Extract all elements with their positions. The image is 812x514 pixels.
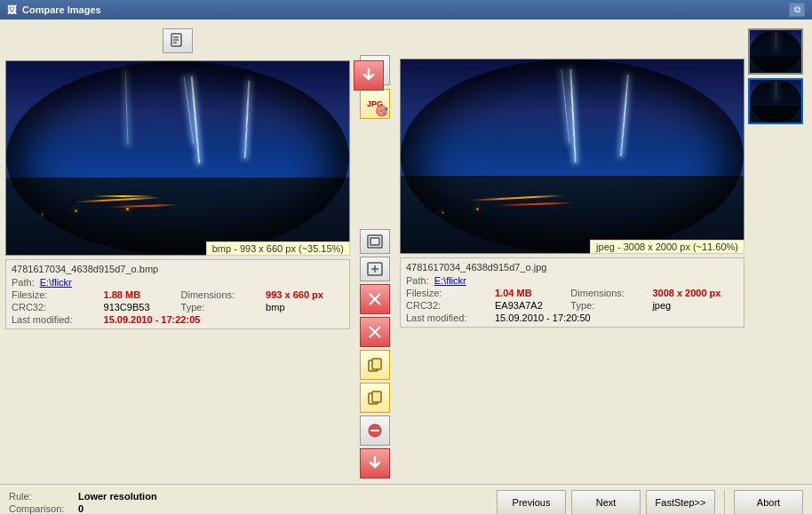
next-button[interactable]: Next (571, 490, 641, 514)
left-filename: 4781617034_4638d915d7_o.bmp (12, 264, 344, 274)
svg-rect-16 (372, 359, 381, 369)
delete-left-button[interactable] (360, 284, 390, 314)
comparison-label: Comparison: (9, 503, 71, 514)
restore-button[interactable]: ⧉ (789, 3, 805, 17)
faststep-button[interactable]: FastStep>> (646, 490, 715, 514)
right-path-value[interactable]: E:\flickr (434, 275, 466, 286)
right-type-value: jpeg (652, 300, 738, 311)
rule-row: Rule: Lower resolution (9, 491, 479, 502)
content-area: bmp - 993 x 660 px (~35.15%) 4781617034_… (0, 20, 812, 484)
left-crc-label: CRC32: (12, 302, 93, 312)
right-dimensions-value: 3008 x 2000 px (652, 288, 738, 298)
right-info-section: 4781617034_4638d915d7_o.jpg Path: E:\fli… (400, 257, 744, 328)
left-dimensions-value: 993 x 660 px (266, 289, 344, 300)
right-dimensions-label: Dimensions: (570, 288, 641, 298)
bottom-bar: Rule: Lower resolution Comparison: 0 Pre… (0, 484, 812, 514)
delete-right-button[interactable] (360, 317, 390, 347)
left-path-label: Path: (12, 277, 35, 288)
left-image-label: bmp - 993 x 660 px (~35.15%) (206, 241, 350, 256)
thumbnail-1[interactable] (748, 28, 803, 75)
title-bar-title: 🖼 Compare Images (7, 4, 101, 15)
right-modified-label: Last modified: (406, 312, 484, 323)
right-top-spacer (400, 25, 744, 59)
left-type-label: Type: (181, 302, 256, 312)
rule-section: Rule: Lower resolution Comparison: 0 (9, 491, 479, 514)
right-filesize-value: 1.04 MB (495, 288, 560, 298)
right-filename: 4781617034_4638d915d7_o.jpg (406, 262, 738, 273)
right-path-row: Path: E:\flickr (406, 275, 738, 286)
right-modified-value: 15.09.2010 - 17:20:50 (495, 312, 738, 323)
left-filesize-label: Filesize: (12, 289, 93, 300)
rule-label: Rule: (9, 491, 71, 502)
right-crc-label: CRC32: (406, 300, 484, 311)
left-image (5, 60, 350, 256)
svg-rect-18 (372, 391, 381, 402)
middle-action-buttons (360, 229, 390, 478)
separator (724, 490, 725, 514)
comparison-value: 0 (78, 503, 84, 514)
right-image (400, 59, 744, 254)
right-panel: jpeg - 3008 x 2000 px (~11.60%) 47816170… (400, 25, 744, 478)
left-info-section: 4781617034_4638d915d7_o.bmp Path: E:\fli… (5, 259, 350, 329)
left-modified-value: 15.09.2010 - 17:22:05 (104, 314, 344, 325)
jpg-icon-button[interactable]: JPG 🎯 (360, 89, 390, 119)
nav-buttons: Previous Next FastStep>> Abort (497, 490, 803, 514)
abort-button[interactable]: Abort (734, 490, 803, 514)
right-filesize-label: Filesize: (406, 288, 484, 298)
left-type-value: bmp (266, 302, 344, 312)
title-bar: 🖼 Compare Images ⧉ (0, 0, 812, 20)
window-title: Compare Images (22, 4, 101, 15)
right-type-label: Type: (570, 300, 641, 311)
right-image-wrapper: jpeg - 3008 x 2000 px (~11.60%) (400, 59, 744, 254)
previous-button[interactable]: Previous (497, 490, 566, 514)
fit-view-button[interactable] (360, 229, 390, 254)
left-path-row: Path: E:\flickr (12, 277, 344, 288)
zoom-button[interactable] (360, 257, 390, 281)
thumbnail-2[interactable] (748, 78, 803, 124)
down-arrow-right[interactable] (360, 448, 390, 478)
left-crc-value: 913C9B53 (104, 302, 171, 312)
right-crc-value: EA93A7A2 (495, 300, 560, 311)
left-top-icons (5, 25, 350, 57)
app-icon: 🖼 (7, 4, 17, 15)
middle-panel: JPG 🎯 (350, 25, 400, 478)
left-panel: bmp - 993 x 660 px (~35.15%) 4781617034_… (5, 25, 350, 478)
left-filesize-value: 1.88 MB (104, 289, 171, 300)
left-modified-label: Last modified: (12, 314, 93, 325)
right-info-grid: Filesize: 1.04 MB Dimensions: 3008 x 200… (406, 288, 738, 323)
left-page-button[interactable] (163, 28, 193, 53)
left-info-grid: Filesize: 1.88 MB Dimensions: 993 x 660 … (12, 289, 344, 325)
thumbnail-panel (744, 25, 807, 478)
right-path-label: Path: (406, 275, 429, 286)
rule-value: Lower resolution (78, 491, 157, 502)
comparison-row: Comparison: 0 (9, 503, 479, 514)
copy-left-button[interactable] (360, 350, 390, 380)
title-bar-controls[interactable]: ⧉ (789, 3, 805, 17)
block-button[interactable] (360, 415, 390, 446)
left-path-value[interactable]: E:\flickr (40, 277, 72, 288)
main-container: bmp - 993 x 660 px (~35.15%) 4781617034_… (0, 20, 812, 514)
right-image-label: jpeg - 3008 x 2000 px (~11.60%) (590, 240, 744, 254)
left-dimensions-label: Dimensions: (181, 289, 256, 300)
copy-right-button[interactable] (360, 383, 390, 413)
left-image-wrapper: bmp - 993 x 660 px (~35.15%) (5, 60, 350, 256)
left-down-arrow[interactable] (354, 60, 384, 91)
svg-rect-7 (370, 238, 379, 245)
